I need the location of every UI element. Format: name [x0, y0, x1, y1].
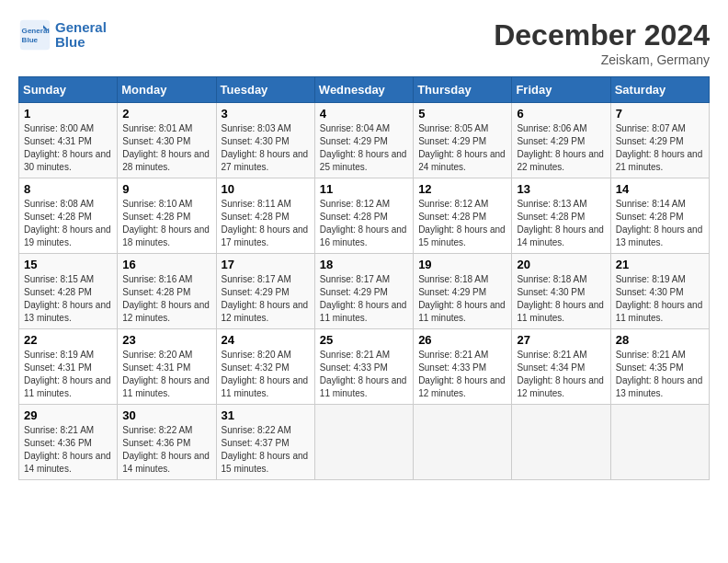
calendar-week-row: 15Sunrise: 8:15 AMSunset: 4:28 PMDayligh… [19, 254, 710, 329]
logo: General Blue GeneralBlue [18, 18, 107, 52]
calendar-cell: 3Sunrise: 8:03 AMSunset: 4:30 PMDaylight… [216, 103, 314, 178]
day-number: 22 [24, 333, 112, 347]
weekday-header-monday: Monday [118, 77, 216, 103]
day-number: 20 [517, 258, 605, 271]
day-number: 29 [24, 408, 112, 422]
day-info: Sunrise: 8:07 AMSunset: 4:29 PMDaylight:… [616, 122, 704, 174]
calendar-cell [610, 405, 709, 480]
day-info: Sunrise: 8:16 AMSunset: 4:28 PMDaylight:… [122, 273, 210, 325]
day-number: 8 [24, 182, 112, 196]
day-info: Sunrise: 8:20 AMSunset: 4:32 PMDaylight:… [222, 349, 310, 400]
day-number: 7 [616, 107, 704, 121]
day-number: 21 [616, 258, 704, 271]
calendar-cell: 30Sunrise: 8:22 AMSunset: 4:36 PMDayligh… [118, 405, 216, 480]
calendar-cell: 22Sunrise: 8:19 AMSunset: 4:31 PMDayligh… [19, 329, 118, 405]
calendar-cell: 28Sunrise: 8:21 AMSunset: 4:35 PMDayligh… [610, 329, 709, 405]
day-number: 10 [222, 182, 310, 196]
day-number: 25 [320, 333, 408, 347]
calendar-cell [512, 405, 610, 480]
day-info: Sunrise: 8:22 AMSunset: 4:36 PMDaylight:… [122, 424, 210, 476]
calendar-cell: 4Sunrise: 8:04 AMSunset: 4:29 PMDaylight… [314, 103, 413, 178]
day-number: 14 [616, 182, 704, 196]
calendar-cell: 9Sunrise: 8:10 AMSunset: 4:28 PMDaylight… [118, 178, 216, 254]
day-number: 17 [222, 258, 310, 271]
logo-text: GeneralBlue [55, 20, 107, 51]
weekday-header-wednesday: Wednesday [314, 77, 413, 103]
day-number: 6 [517, 107, 605, 121]
calendar-cell: 21Sunrise: 8:19 AMSunset: 4:30 PMDayligh… [610, 254, 709, 329]
calendar-week-row: 22Sunrise: 8:19 AMSunset: 4:31 PMDayligh… [19, 329, 710, 405]
calendar-cell: 15Sunrise: 8:15 AMSunset: 4:28 PMDayligh… [19, 254, 118, 329]
calendar-cell: 23Sunrise: 8:20 AMSunset: 4:31 PMDayligh… [118, 329, 216, 405]
day-info: Sunrise: 8:10 AMSunset: 4:28 PMDaylight:… [122, 198, 210, 249]
day-number: 15 [24, 258, 112, 271]
calendar-cell: 26Sunrise: 8:21 AMSunset: 4:33 PMDayligh… [414, 329, 512, 405]
day-number: 5 [418, 107, 506, 121]
day-info: Sunrise: 8:01 AMSunset: 4:30 PMDaylight:… [122, 122, 210, 174]
day-number: 13 [517, 182, 605, 196]
calendar-cell: 17Sunrise: 8:17 AMSunset: 4:29 PMDayligh… [216, 254, 314, 329]
month-title: December 2024 [494, 18, 710, 52]
svg-text:Blue: Blue [22, 36, 39, 44]
calendar-cell: 18Sunrise: 8:17 AMSunset: 4:29 PMDayligh… [314, 254, 413, 329]
calendar-week-row: 29Sunrise: 8:21 AMSunset: 4:36 PMDayligh… [19, 405, 710, 480]
day-info: Sunrise: 8:19 AMSunset: 4:30 PMDaylight:… [616, 273, 704, 325]
weekday-header-friday: Friday [512, 77, 610, 103]
day-info: Sunrise: 8:14 AMSunset: 4:28 PMDaylight:… [616, 198, 704, 249]
calendar-cell: 24Sunrise: 8:20 AMSunset: 4:32 PMDayligh… [216, 329, 314, 405]
day-number: 16 [122, 258, 210, 271]
day-info: Sunrise: 8:21 AMSunset: 4:36 PMDaylight:… [24, 424, 112, 476]
calendar-cell [314, 405, 413, 480]
day-info: Sunrise: 8:03 AMSunset: 4:30 PMDaylight:… [222, 122, 310, 174]
day-number: 23 [122, 333, 210, 347]
weekday-header-tuesday: Tuesday [216, 77, 314, 103]
day-info: Sunrise: 8:08 AMSunset: 4:28 PMDaylight:… [24, 198, 112, 249]
calendar-week-row: 8Sunrise: 8:08 AMSunset: 4:28 PMDaylight… [19, 178, 710, 254]
day-info: Sunrise: 8:21 AMSunset: 4:33 PMDaylight:… [418, 349, 506, 400]
day-number: 31 [222, 408, 310, 422]
calendar-cell: 13Sunrise: 8:13 AMSunset: 4:28 PMDayligh… [512, 178, 610, 254]
day-info: Sunrise: 8:04 AMSunset: 4:29 PMDaylight:… [320, 122, 408, 174]
calendar-cell: 6Sunrise: 8:06 AMSunset: 4:29 PMDaylight… [512, 103, 610, 178]
calendar-cell: 20Sunrise: 8:18 AMSunset: 4:30 PMDayligh… [512, 254, 610, 329]
day-number: 19 [418, 258, 506, 271]
calendar-cell: 10Sunrise: 8:11 AMSunset: 4:28 PMDayligh… [216, 178, 314, 254]
calendar-cell: 27Sunrise: 8:21 AMSunset: 4:34 PMDayligh… [512, 329, 610, 405]
calendar-cell: 25Sunrise: 8:21 AMSunset: 4:33 PMDayligh… [314, 329, 413, 405]
day-info: Sunrise: 8:12 AMSunset: 4:28 PMDaylight:… [320, 198, 408, 249]
day-number: 12 [418, 182, 506, 196]
day-info: Sunrise: 8:20 AMSunset: 4:31 PMDaylight:… [122, 349, 210, 400]
day-info: Sunrise: 8:17 AMSunset: 4:29 PMDaylight:… [222, 273, 310, 325]
logo-icon: General Blue [18, 18, 51, 52]
calendar-body: 1Sunrise: 8:00 AMSunset: 4:31 PMDaylight… [19, 103, 710, 480]
calendar-cell: 7Sunrise: 8:07 AMSunset: 4:29 PMDaylight… [610, 103, 709, 178]
day-info: Sunrise: 8:18 AMSunset: 4:29 PMDaylight:… [418, 273, 506, 325]
day-info: Sunrise: 8:22 AMSunset: 4:37 PMDaylight:… [222, 424, 310, 476]
calendar-cell: 2Sunrise: 8:01 AMSunset: 4:30 PMDaylight… [118, 103, 216, 178]
calendar-cell: 31Sunrise: 8:22 AMSunset: 4:37 PMDayligh… [216, 405, 314, 480]
day-info: Sunrise: 8:21 AMSunset: 4:33 PMDaylight:… [320, 349, 408, 400]
calendar-cell: 11Sunrise: 8:12 AMSunset: 4:28 PMDayligh… [314, 178, 413, 254]
calendar-cell: 1Sunrise: 8:00 AMSunset: 4:31 PMDaylight… [19, 103, 118, 178]
weekday-header-saturday: Saturday [610, 77, 709, 103]
day-info: Sunrise: 8:06 AMSunset: 4:29 PMDaylight:… [517, 122, 605, 174]
day-number: 27 [517, 333, 605, 347]
day-number: 11 [320, 182, 408, 196]
weekday-header-thursday: Thursday [414, 77, 512, 103]
calendar-table: SundayMondayTuesdayWednesdayThursdayFrid… [18, 76, 710, 480]
calendar-header-row: SundayMondayTuesdayWednesdayThursdayFrid… [19, 77, 710, 103]
calendar-cell: 29Sunrise: 8:21 AMSunset: 4:36 PMDayligh… [19, 405, 118, 480]
day-number: 30 [122, 408, 210, 422]
calendar-cell: 12Sunrise: 8:12 AMSunset: 4:28 PMDayligh… [414, 178, 512, 254]
day-info: Sunrise: 8:13 AMSunset: 4:28 PMDaylight:… [517, 198, 605, 249]
weekday-header-sunday: Sunday [19, 77, 118, 103]
day-number: 18 [320, 258, 408, 271]
day-number: 24 [222, 333, 310, 347]
calendar-cell: 19Sunrise: 8:18 AMSunset: 4:29 PMDayligh… [414, 254, 512, 329]
day-info: Sunrise: 8:15 AMSunset: 4:28 PMDaylight:… [24, 273, 112, 325]
day-number: 9 [122, 182, 210, 196]
day-number: 2 [122, 107, 210, 121]
day-info: Sunrise: 8:05 AMSunset: 4:29 PMDaylight:… [418, 122, 506, 174]
location: Zeiskam, Germany [494, 52, 710, 67]
day-number: 3 [222, 107, 310, 121]
